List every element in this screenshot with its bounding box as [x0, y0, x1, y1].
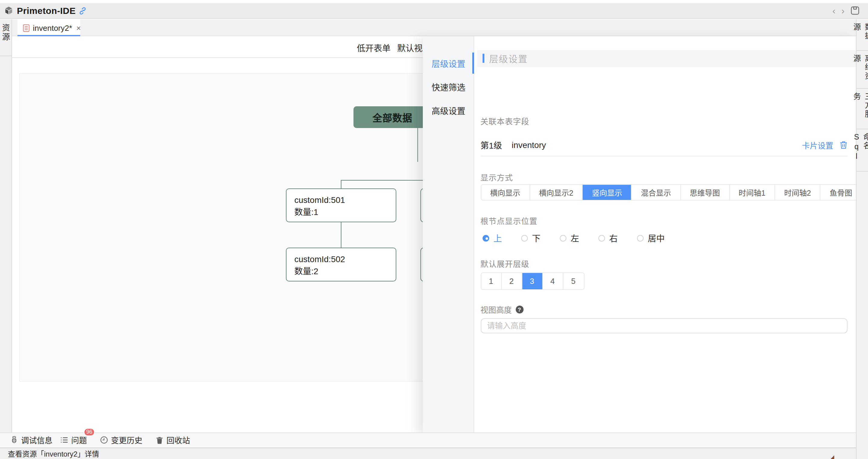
radio-right[interactable]: 右	[598, 232, 618, 244]
back-icon[interactable]: ‹	[832, 6, 835, 15]
display-mode-timeline1[interactable]: 时间轴1	[730, 185, 775, 200]
display-mode-mindmap[interactable]: 思维导图	[681, 185, 730, 200]
radio-label: 下	[532, 232, 540, 244]
change-history-button[interactable]: 变更历史	[100, 434, 142, 446]
expand-level-3[interactable]: 3	[522, 273, 542, 289]
recycle-bin-label: 回收站	[166, 434, 190, 446]
tree-view-canvas[interactable]: 全部数据 customId:501 数量:1 customId:502 数量:2	[19, 73, 430, 382]
canvas-tab-lowcode-form[interactable]: 低开表单	[357, 42, 391, 54]
expand-level-1[interactable]: 1	[481, 273, 501, 289]
problems-badge: 96	[84, 428, 95, 436]
tree-root-label: 全部数据	[372, 110, 412, 124]
radio-icon	[598, 235, 605, 241]
radio-left[interactable]: 左	[560, 232, 579, 244]
forward-icon[interactable]: ›	[841, 6, 844, 15]
node-custom-id: customId:502	[294, 253, 395, 265]
settings-drawer: 层级设置 快速筛选 高级设置 层级设置 关联本表字段 第1级 inventory…	[423, 36, 856, 432]
header-accent-bar	[483, 54, 484, 63]
expand-level-label: 默认展开层级	[480, 258, 529, 269]
display-mode-vertical[interactable]: 竖向显示	[583, 185, 632, 200]
title-bar: Primeton-IDE ‹ ›	[0, 3, 868, 19]
link-icon[interactable]	[79, 6, 87, 15]
sidebar-item-third-party-services[interactable]: 三方服务	[857, 89, 868, 129]
display-mode-group: 横向显示 横向显示2 竖向显示 混合显示 思维导图 时间轴1 时间轴2 鱼骨图	[480, 184, 862, 201]
expand-level-4[interactable]: 4	[542, 273, 563, 289]
tree-node-502[interactable]: customId:502 数量:2	[286, 248, 396, 282]
node-quantity: 数量:2	[294, 265, 395, 277]
recycle-bin-button[interactable]: 回收站	[156, 434, 190, 446]
sidebar-item-label: 离线资源	[851, 54, 868, 83]
tree-node-501[interactable]: customId:501 数量:1	[286, 189, 396, 222]
sidebar-item-label: 三方服务	[851, 92, 868, 124]
radio-label: 右	[609, 232, 618, 244]
sidebar-item-resources[interactable]: 资源	[0, 24, 11, 42]
expand-level-2[interactable]: 2	[501, 273, 522, 289]
node-quantity: 数量:1	[294, 206, 395, 218]
panel-header: 层级设置	[477, 50, 856, 67]
menu-item-hierarchy-settings[interactable]: 层级设置	[423, 51, 473, 75]
tab-bar: inventory2* ×	[12, 19, 856, 36]
tree-connector-horizontal	[341, 180, 430, 180]
status-text: 查看资源「inventory2」详情	[8, 449, 99, 459]
display-mode-timeline2[interactable]: 时间轴2	[775, 185, 820, 200]
change-history-label: 变更历史	[111, 434, 142, 446]
expand-level-5[interactable]: 5	[563, 273, 584, 289]
help-icon[interactable]: ?	[516, 306, 523, 313]
canvas-toolbar: 低开表单 默认视图	[12, 36, 430, 58]
sidebar-item-named-sql[interactable]: 命名Sql	[857, 129, 868, 172]
root-position-group: 上 下 左 右 居中	[483, 232, 684, 244]
level-row: 第1级 inventory 卡片设置	[480, 139, 847, 151]
radio-center[interactable]: 居中	[637, 232, 665, 244]
drawer-content: 层级设置 关联本表字段 第1级 inventory 卡片设置 显示方式 横向显示…	[475, 36, 856, 432]
menu-active-indicator	[472, 53, 474, 74]
menu-item-advanced-settings[interactable]: 高级设置	[423, 98, 473, 122]
menu-item-label: 高级设置	[432, 104, 465, 116]
menu-item-label: 层级设置	[432, 57, 465, 69]
view-height-row: 视图高度 ?	[480, 304, 523, 315]
radio-label: 左	[570, 232, 579, 244]
radio-top[interactable]: 上	[483, 232, 502, 244]
tree-connector-between-nodes	[341, 222, 341, 248]
problems-button[interactable]: 问题 96	[60, 434, 87, 446]
view-height-input[interactable]	[480, 318, 847, 334]
tree-connector-root-vertical	[417, 128, 418, 162]
status-bar: 查看资源「inventory2」详情	[0, 447, 868, 459]
titlebar-actions: ‹ ›	[832, 6, 860, 15]
debug-info-button[interactable]: 调试信息	[10, 434, 53, 446]
radio-icon	[637, 235, 644, 241]
fields-label: 关联本表字段	[480, 115, 529, 127]
level-label: 第1级	[480, 139, 502, 151]
level-field-value: inventory	[512, 140, 546, 150]
radio-icon	[560, 235, 566, 241]
list-icon	[60, 436, 68, 444]
drawer-menu: 层级设置 快速筛选 高级设置	[423, 36, 474, 432]
document-icon	[23, 24, 29, 32]
radio-icon	[483, 235, 489, 241]
sidebar-item-label: 命名Sql	[852, 133, 868, 166]
tab-close-icon[interactable]: ×	[76, 23, 81, 32]
tab-label: inventory2*	[33, 23, 72, 32]
menu-item-quick-filter[interactable]: 快速筛选	[423, 75, 473, 98]
sidebar-item-offline-resources[interactable]: 离线资源	[857, 51, 868, 89]
display-mode-mixed[interactable]: 混合显示	[632, 185, 681, 200]
problems-label: 问题	[71, 434, 87, 446]
debug-info-label: 调试信息	[21, 434, 53, 446]
radio-bottom[interactable]: 下	[521, 232, 540, 244]
display-mode-horizontal2[interactable]: 横向显示2	[530, 185, 583, 200]
save-icon[interactable]	[850, 6, 860, 15]
left-sidebar: 资源	[0, 19, 12, 432]
expand-level-group: 1 2 3 4 5	[480, 272, 584, 290]
display-mode-horizontal[interactable]: 横向显示	[481, 185, 530, 200]
display-mode-fishbone[interactable]: 鱼骨图	[820, 185, 861, 200]
menu-item-label: 快速筛选	[432, 81, 465, 93]
clock-icon	[100, 436, 108, 444]
delete-level-icon[interactable]	[839, 141, 847, 149]
tree-root-node[interactable]: 全部数据	[353, 106, 430, 128]
view-height-label: 视图高度	[480, 304, 512, 315]
right-sidebar: 数据源 离线资源 三方服务 命名Sql	[856, 19, 868, 459]
sidebar-item-datasource[interactable]: 数据源	[857, 19, 868, 51]
card-settings-link[interactable]: 卡片设置	[802, 139, 833, 151]
app-logo-icon	[4, 6, 13, 15]
sidebar-item-label: 数据源	[851, 23, 868, 45]
tab-inventory2[interactable]: inventory2* ×	[17, 19, 80, 36]
